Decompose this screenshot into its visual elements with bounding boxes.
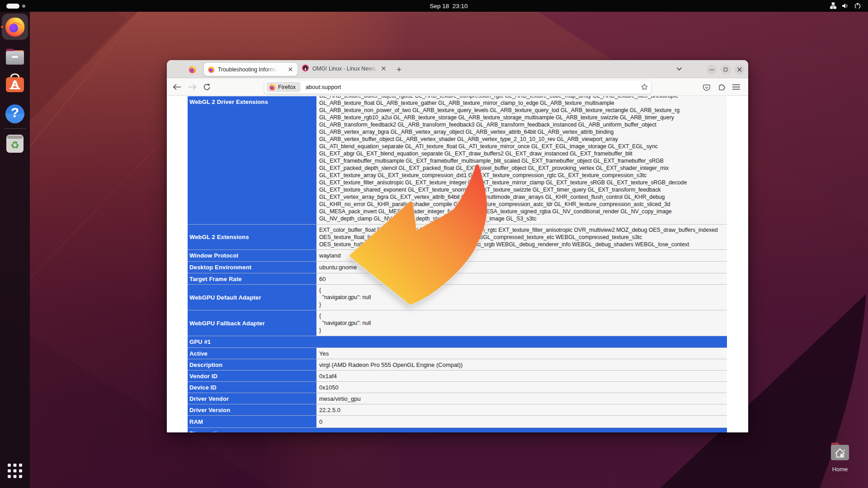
svg-text:?: ?: [11, 105, 19, 120]
svg-text:♻: ♻: [10, 140, 19, 151]
